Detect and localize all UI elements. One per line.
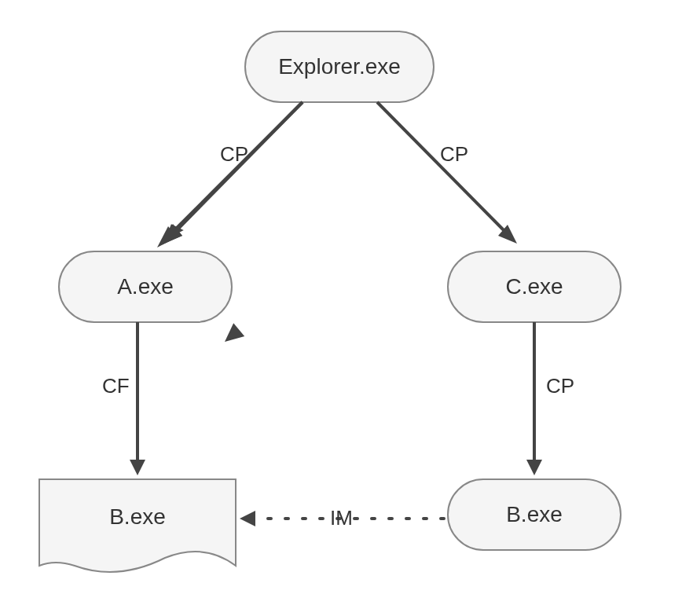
svg-marker-9 — [130, 460, 145, 475]
arrow-explorer-a — [163, 102, 302, 244]
svg-marker-0 — [225, 323, 244, 342]
node-a-label: A.exe — [117, 274, 174, 299]
arrow-a-bfile — [130, 322, 145, 475]
edge-label-explorer-a: CP — [220, 142, 248, 166]
edge-label-c-bprocess: CP — [546, 374, 574, 398]
svg-line-4 — [171, 102, 302, 236]
edge-label-a-bfile: CF — [102, 374, 130, 398]
node-b-file-label: B.exe — [109, 504, 166, 529]
edge-label-explorer-c: CP — [440, 142, 468, 166]
svg-marker-13 — [240, 511, 255, 526]
node-explorer-label: Explorer.exe — [278, 54, 401, 79]
edge-label-cross: IM — [330, 506, 353, 530]
arrow-explorer-c — [377, 102, 517, 244]
node-c-label: C.exe — [505, 274, 563, 299]
svg-line-6 — [377, 102, 509, 236]
arrow-c-bprocess — [526, 322, 542, 475]
svg-marker-11 — [526, 460, 542, 475]
process-tree-diagram: Explorer.exe A.exe C.exe B.exe B.exe CP … — [0, 0, 682, 616]
node-b-process-label: B.exe — [506, 502, 563, 526]
